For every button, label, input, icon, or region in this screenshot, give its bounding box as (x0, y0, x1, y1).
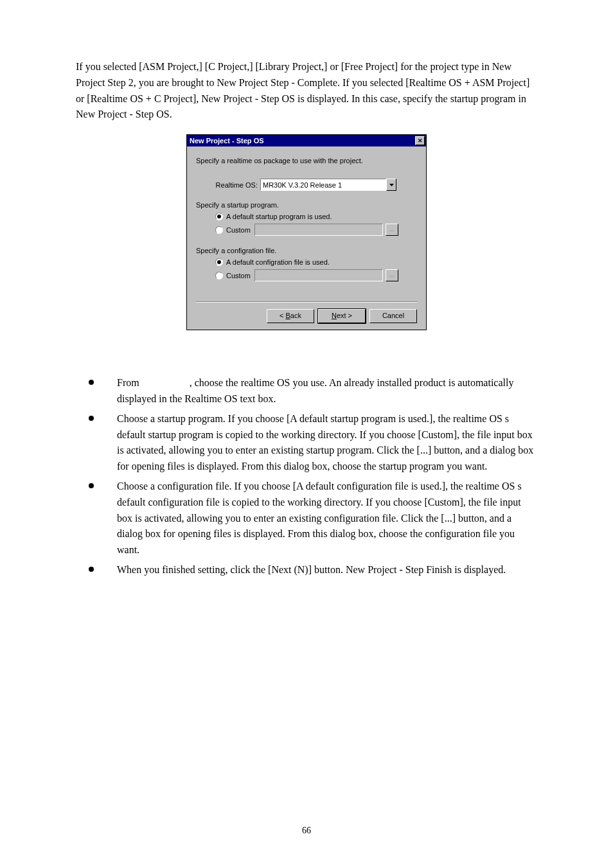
close-icon: ✕ (418, 137, 423, 144)
startup-section-label: Specify a startup program. (196, 201, 417, 209)
dialog-separator (196, 301, 417, 303)
cancel-button[interactable]: Cancel (369, 309, 417, 323)
config-default-radio-line[interactable]: A default configration file is used. (196, 256, 417, 267)
close-button[interactable]: ✕ (415, 136, 425, 145)
dialog-title: New Project - Step OS (190, 137, 264, 145)
config-browse-button[interactable]: ... (386, 269, 398, 281)
back-button[interactable]: < Back (267, 309, 314, 323)
new-project-step-os-dialog: New Project - Step OS ✕ Specify a realti… (186, 134, 427, 330)
config-custom-label: Custom (226, 272, 251, 279)
startup-custom-radio[interactable] (215, 226, 223, 234)
startup-browse-button[interactable]: ... (386, 224, 398, 236)
realtime-os-dropdown-button[interactable] (386, 179, 396, 191)
realtime-os-input[interactable] (260, 179, 386, 191)
realtime-os-label: Realtime OS: (196, 181, 260, 189)
startup-default-label: A default startup program is used. (226, 213, 332, 220)
instruction-item-2: Choose a startup program. If you choose … (76, 411, 537, 475)
startup-default-radio[interactable] (215, 213, 223, 220)
dialog-titlebar: New Project - Step OS ✕ (187, 135, 426, 146)
instruction-item-4: When you finished setting, click the [Ne… (76, 562, 537, 578)
chevron-down-icon (389, 184, 394, 186)
startup-path-input (254, 224, 383, 236)
config-default-label: A default configration file is used. (226, 258, 330, 266)
instruction-item-1: From, choose the realtime OS you use. An… (76, 375, 537, 407)
next-button[interactable]: Next > (318, 309, 366, 323)
config-path-input (254, 269, 383, 281)
page-number: 66 (0, 826, 613, 836)
dialog-prompt: Specify a realtime os package to use wit… (196, 157, 417, 164)
startup-default-radio-line[interactable]: A default startup program is used. (196, 211, 417, 222)
config-custom-radio[interactable] (215, 272, 223, 279)
intro-paragraph: If you selected [ASM Project,] [C Projec… (76, 59, 537, 123)
realtime-os-combo[interactable] (260, 179, 396, 191)
config-section-label: Specify a configration file. (196, 247, 417, 254)
instructions-block: From, choose the realtime OS you use. An… (76, 375, 537, 578)
instruction-item-3: Choose a configuration file. If you choo… (76, 479, 537, 558)
config-default-radio[interactable] (215, 258, 223, 266)
startup-custom-label: Custom (226, 226, 251, 234)
svg-marker-0 (389, 184, 394, 186)
